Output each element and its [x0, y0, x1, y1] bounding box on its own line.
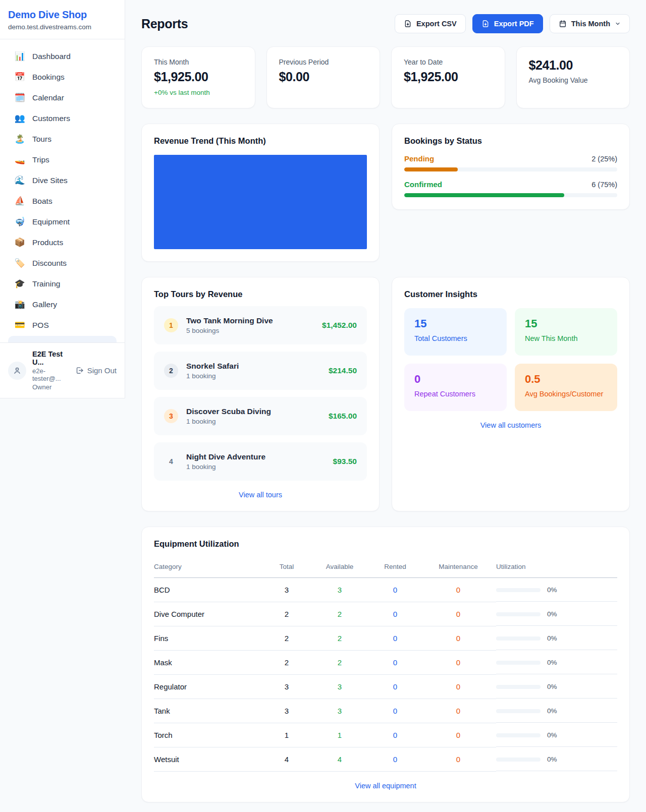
sidebar-nav-item[interactable]: ⛵ Boats: [6, 191, 119, 211]
user-meta: E2E Test U... e2e-tester@... Owner: [32, 350, 69, 391]
sidebar-nav-item[interactable]: 💳 POS: [6, 315, 119, 335]
sidebar-item-label: Customers: [32, 114, 70, 123]
cell-maintenance: 0: [420, 651, 496, 675]
tour-revenue: $1,452.00: [322, 321, 357, 330]
package-icon: 📦: [14, 237, 25, 248]
sidebar-nav-item[interactable]: 🚤 Trips: [6, 150, 119, 169]
utilization-percent: 0%: [547, 707, 557, 715]
cell-total: 4: [264, 747, 309, 772]
sign-out-button[interactable]: Sign Out: [75, 366, 117, 375]
rank-badge: 4: [164, 454, 178, 469]
insights-row: Top Tours by Revenue 1 Two Tank Morning …: [141, 277, 630, 511]
utilization-percent: 0%: [547, 659, 557, 666]
sidebar-item-partial-highlight[interactable]: [8, 336, 117, 342]
sidebar-nav-item[interactable]: 🏷️ Discounts: [6, 253, 119, 273]
chevron-down-icon: [615, 21, 621, 27]
tour-row: 4 Night Dive Adventure 1 booking $93.50: [154, 442, 367, 481]
sidebar-item-label: Calendar: [32, 93, 64, 102]
sidebar-nav: 📊 Dashboard 📅 Bookings 🗓️ Calendar 👥 Cus…: [0, 39, 125, 342]
view-all-equipment-link[interactable]: View all equipment: [154, 782, 617, 790]
sidebar-item-label: Products: [32, 238, 63, 247]
sidebar-nav-item[interactable]: 📦 Products: [6, 233, 119, 252]
cell-category: Fins: [154, 626, 264, 651]
status-progress-track: [404, 167, 617, 171]
sidebar-nav-item[interactable]: 🎓 Training: [6, 274, 119, 294]
cell-category: Torch: [154, 723, 264, 747]
cell-available: 4: [309, 747, 370, 772]
insight-label: Total Customers: [414, 334, 497, 342]
user-role: Owner: [32, 383, 69, 391]
equipment-utilization-card: Equipment Utilization Category Total Ava…: [141, 527, 630, 802]
calendar-date-icon: 📅: [14, 72, 25, 82]
equipment-table-header: Category Total Available Rented Maintena…: [154, 555, 617, 578]
cell-available: 3: [309, 675, 370, 699]
export-pdf-button[interactable]: Export PDF: [472, 14, 543, 33]
sidebar-nav-item[interactable]: 📅 Bookings: [6, 67, 119, 87]
bookings-by-status-title: Bookings by Status: [404, 136, 617, 146]
insight-value: 15: [525, 317, 607, 330]
equipment-table-row: Dive Computer 2 2 0 0 0%: [154, 602, 617, 626]
sidebar-nav-item[interactable]: 🏝️ Tours: [6, 129, 119, 149]
view-all-tours-link[interactable]: View all tours: [154, 491, 367, 499]
customer-insights-title: Customer Insights: [404, 289, 617, 299]
tour-bookings-count: 1 booking: [186, 418, 320, 425]
sidebar-nav-item[interactable]: 📊 Dashboard: [6, 46, 119, 66]
header-actions: Export CSV Export PDF This Month: [395, 14, 630, 33]
cell-available: 1: [309, 723, 370, 747]
sidebar-nav-item[interactable]: 📸 Gallery: [6, 295, 119, 314]
utilization-bar-track: [496, 758, 541, 762]
calendar-icon: [559, 20, 567, 28]
tour-bookings-count: 1 booking: [186, 463, 325, 471]
equipment-table-row: Torch 1 1 0 0 0%: [154, 723, 617, 747]
sidebar-nav-item[interactable]: 🤿 Equipment: [6, 212, 119, 231]
insight-tile: 15 New This Month: [515, 308, 617, 356]
utilization-bar-track: [496, 661, 541, 665]
sidebar-nav-item[interactable]: 🗓️ Calendar: [6, 88, 119, 107]
tour-row: 3 Discover Scuba Diving 1 booking $165.0…: [154, 397, 367, 435]
stat-value: $0.00: [279, 70, 368, 84]
utilization-bar-track: [496, 685, 541, 689]
main-content: Reports Export CSV Export PDF: [125, 0, 646, 812]
top-tours-card: Top Tours by Revenue 1 Two Tank Morning …: [141, 277, 380, 511]
sailboat-icon: ⛵: [14, 196, 25, 206]
cell-rented: 0: [370, 747, 420, 772]
tour-row: 1 Two Tank Morning Dive 5 bookings $1,45…: [154, 306, 367, 344]
export-csv-button[interactable]: Export CSV: [395, 14, 466, 33]
cell-available: 2: [309, 651, 370, 675]
cell-category: Dive Computer: [154, 602, 264, 626]
person-icon: [13, 366, 22, 375]
sidebar-nav-item[interactable]: 🌊 Dive Sites: [6, 170, 119, 190]
view-all-customers-link[interactable]: View all customers: [404, 421, 617, 429]
rank-badge: 1: [164, 318, 178, 332]
column-header-category: Category: [154, 555, 264, 578]
tour-name: Night Dive Adventure: [186, 452, 325, 461]
insight-label: Repeat Customers: [414, 390, 497, 398]
status-row: Pending 2 (25%): [404, 154, 617, 171]
status-progress-fill: [404, 167, 458, 171]
shop-name: Demo Dive Shop: [8, 9, 117, 21]
sidebar-nav-item[interactable]: 👥 Customers: [6, 108, 119, 128]
equipment-table-row: BCD 3 3 0 0 0%: [154, 578, 617, 602]
sidebar: Demo Dive Shop demo.test.divestreams.com…: [0, 0, 125, 398]
utilization-bar-track: [496, 588, 541, 592]
column-header-maintenance: Maintenance: [420, 555, 496, 578]
app-root: Demo Dive Shop demo.test.divestreams.com…: [0, 0, 646, 812]
status-label: Pending: [404, 154, 434, 163]
cell-maintenance: 0: [420, 699, 496, 723]
page-title: Reports: [141, 17, 188, 31]
status-progress-fill: [404, 193, 564, 197]
equipment-table-row: Fins 2 2 0 0 0%: [154, 626, 617, 651]
stat-label: Year to Date: [404, 58, 493, 66]
insight-value: 15: [414, 317, 497, 330]
stat-value: $241.00: [529, 58, 618, 73]
tour-name: Two Tank Morning Dive: [186, 316, 314, 325]
cell-rented: 0: [370, 651, 420, 675]
revenue-trend-title: Revenue Trend (This Month): [154, 136, 367, 146]
cell-total: 3: [264, 675, 309, 699]
utilization-percent: 0%: [547, 731, 557, 739]
period-dropdown[interactable]: This Month: [550, 14, 630, 33]
sidebar-item-label: Boats: [32, 197, 52, 206]
cell-category: Tank: [154, 699, 264, 723]
equipment-table-row: Mask 2 2 0 0 0%: [154, 651, 617, 675]
rank-badge: 2: [164, 364, 178, 378]
